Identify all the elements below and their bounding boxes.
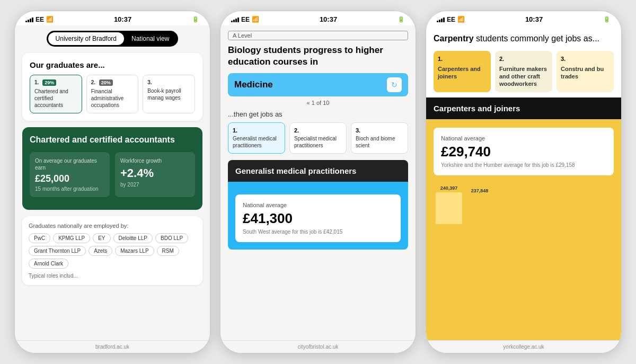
employer-tags: PwC KPMG LLP EY Deloitte LLP BDO LLP Gra… [29,233,196,269]
job-label-3: Bioch and biome scient [356,135,403,149]
carpentry-job-1[interactable]: 1. Carpenters and joiners [434,51,491,92]
carpentry-job-label-1: Carpenters and joiners [438,65,487,81]
b1 [231,21,233,22]
wifi-icon-3: 📶 [457,16,465,23]
dark-stats-row: On average our graduates earn £25,000 15… [30,152,195,197]
time-1: 10:37 [114,15,131,23]
job-num-2: 2. [294,127,342,134]
employer-rsm[interactable]: RSM [157,246,179,256]
alevel-badge: A Level [228,31,408,40]
phone-3: EE 📶 10:37 🔋 Carpentry students commonly… [426,11,622,353]
battery-icon-3: 🔋 [603,16,611,23]
employer-ey[interactable]: EY [93,233,110,243]
bar-col-1: 240,397 [436,185,462,224]
grad-num-3: 3. [147,79,190,85]
grad-item-3[interactable]: 3. Book-k payroll manag wages [143,75,195,113]
employer-mazars[interactable]: Mazars LLP [115,246,154,256]
grad-item-1[interactable]: 1. 29% Chartered and certified accountan… [30,75,82,113]
status-bar-1: EE 📶 10:37 🔋 [15,11,210,25]
carrier-signal-2: EE 📶 [231,16,259,23]
then-jobs-label: ...then get jobs as [228,110,408,118]
b4 [237,17,239,22]
signal-bars-2 [231,17,239,22]
dark-carpentry-banner: Carpenters and joiners [426,97,621,119]
grad-pct-1: 29% [42,79,56,86]
bar4 [32,17,33,22]
phone3-body: Carpentry students commonly get jobs as.… [426,25,621,340]
status-bar-2: EE 📶 10:37 🔋 [220,11,416,25]
yellow-chart-label: National average [441,135,606,141]
carpentry-job-num-2: 2. [499,55,548,63]
yellow-chart-sub: Yorkshire and the Humber average for thi… [441,162,606,168]
carpentry-job-label-3: Constru and bu trades [561,65,610,81]
phones-container: EE 📶 10:37 🔋 University of Bradford Nati… [4,0,632,364]
dark-stat-earnings: On average our graduates earn £25,000 15… [30,152,110,197]
job-label-2: Specialist medical practitioners [294,135,342,149]
dark-stats-card: Chartered and certified accountants On a… [22,127,202,210]
toggle-bradford[interactable]: University of Bradford [48,32,124,45]
carpentry-bold: Carpentry [434,34,474,43]
carpentry-job-label-2: Furniture makers and other craft woodwor… [499,65,548,88]
url-bar-1: bradford.ac.uk [15,340,210,353]
url-bar-3: yorkcollege.ac.uk [426,340,621,353]
wifi-icon-1: 📶 [46,16,54,23]
refresh-button[interactable]: ↻ [387,77,402,92]
view-toggle[interactable]: University of Bradford National view [47,31,179,47]
job-item-1[interactable]: 1. Generalist medical practitioners [228,122,285,154]
battery-area-1: 🔋 [192,16,199,23]
job-item-3[interactable]: 3. Bioch and biome scient [351,122,408,154]
wifi-icon-2: 📶 [252,16,259,23]
time-2: 10:37 [320,15,337,23]
carrier-3: EE [447,16,455,23]
phone2-body: A Level Biology students progress to hig… [220,25,416,340]
grad-items: 1. 29% Chartered and certified accountan… [30,75,195,113]
job-item-2[interactable]: 2. Specialist medical practitioners [289,122,347,154]
employer-grant[interactable]: Grant Thornton LLP [29,246,86,256]
battery-icon-2: 🔋 [398,16,405,23]
dark-stat-growth: Workforce growth +2.4% by 2027 [115,152,195,197]
status-bar-3: EE 📶 10:37 🔋 [426,11,621,25]
signal-bars-3 [437,17,445,22]
biology-bold: Biology [228,45,261,55]
graduates-title: Our graduates are... [30,60,195,69]
grad-label-2: Financial administrative occupations [91,88,134,109]
battery-level-1: 🔋 [192,16,199,23]
employers-title: Graduates nationally are employed by: [29,223,196,229]
carpentry-job-num-3: 3. [561,55,610,63]
carpentry-job-3[interactable]: 3. Constru and bu trades [556,51,614,92]
carrier-2: EE [241,16,250,23]
bar-2 [466,195,493,224]
earnings-sub: 15 months after graduation [35,186,104,192]
employer-pwc[interactable]: PwC [29,233,50,243]
signal-bars-1 [25,17,33,22]
battery-area-2: 🔋 [398,16,405,23]
carpentry-rest: students commonly get jobs as... [474,34,599,43]
employers-section: Graduates nationally are employed by: Pw… [22,216,202,285]
bar1 [25,21,27,22]
subject-selector[interactable]: Medicine ↻ [228,73,408,96]
subject-text: Medicine [234,79,387,90]
employer-azets[interactable]: Azets [89,246,112,256]
grad-num-1: 1. 29% [34,79,77,86]
grad-num-2: 2. 20% [91,79,134,86]
job-label-1: Generalist medical practitioners [233,135,280,149]
phone1-body: University of Bradford National view Our… [15,25,210,340]
carpentry-job-2[interactable]: 2. Furniture makers and other craft wood… [495,51,552,92]
employer-bdo[interactable]: BDO LLP [155,233,188,243]
carrier-signal-1: EE 📶 [25,16,54,23]
employer-kpmg[interactable]: KPMG LLP [53,233,90,243]
employer-deloitte[interactable]: Deloitte LLP [113,233,153,243]
job-num-1: 1. [233,127,280,134]
grad-label-1: Chartered and certified accountants [34,88,77,109]
chart-sub-2: South West average for this job is £42,0… [243,229,393,235]
phone-2: EE 📶 10:37 🔋 A Level Biology students pr… [220,11,416,353]
growth-value: +2.4% [120,166,190,180]
grad-item-2[interactable]: 2. 20% Financial administrative occupati… [86,75,139,113]
c3 [441,19,443,22]
yellow-white-box: National average £29,740 Yorkshire and t… [434,128,614,175]
time-3: 10:37 [525,15,543,23]
toggle-national[interactable]: National view [124,32,176,45]
url-bar-2: cityofbristol.ac.uk [220,340,416,353]
employer-arnold[interactable]: Arnold Clark [29,259,68,269]
chart-label-2: National average [243,202,393,208]
